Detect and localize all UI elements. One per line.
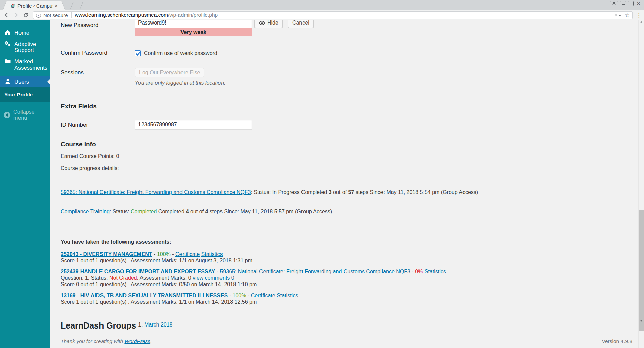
hide-password-button[interactable]: Hide (254, 20, 283, 28)
bookmark-star-icon[interactable]: ☆ (625, 12, 630, 19)
wordpress-link[interactable]: WordPress (124, 338, 150, 344)
statistics-link[interactable]: Statistics (425, 269, 446, 274)
new-tab-button[interactable] (70, 2, 83, 9)
course-progress-list: 59365: National Certificate: Freight For… (61, 176, 638, 227)
back-icon[interactable] (3, 11, 11, 19)
window-restore-button[interactable] (628, 1, 634, 6)
cancel-password-button[interactable]: Cancel (288, 20, 314, 28)
course-status-text: : Status: In Progress Completed (251, 189, 328, 195)
scrollbar-thumb[interactable] (639, 210, 644, 331)
sidebar-item-label: Home (14, 30, 29, 36)
window-minimize-button[interactable] (620, 1, 626, 6)
users-icon (4, 78, 11, 84)
collapse-menu-label: Collapse menu (13, 109, 48, 121)
certificate-link[interactable]: Certificate (175, 251, 200, 257)
sessions-label: Sessions (61, 68, 135, 86)
assessment-title-link[interactable]: 252043 - DIVERSITY MANAGEMENT (61, 251, 152, 257)
scrollbar-up-icon[interactable] (640, 21, 643, 23)
admin-footer: Thank you for creating with WordPress. V… (61, 338, 632, 344)
course-status-text: : Status: (110, 209, 131, 214)
home-icon (4, 29, 11, 35)
course-progress-row: 59365: National Certificate: Freight For… (61, 189, 638, 195)
page-scrollbar[interactable] (638, 20, 644, 348)
separator: - (228, 293, 232, 298)
assessment-title-link[interactable]: 252439-HANDLE CARGO FOR IMPORT AND EXPOR… (61, 269, 215, 274)
view-link[interactable]: view (193, 275, 203, 281)
question-status: Not Graded (109, 275, 137, 281)
refresh-icon[interactable] (22, 11, 30, 19)
separator: - (410, 269, 415, 274)
assessment-item: 252439-HANDLE CARGO FOR IMPORT AND EXPOR… (61, 268, 638, 288)
id-number-input[interactable] (135, 120, 252, 130)
assessment-percent: 100% (233, 293, 246, 298)
group-list-item: March 2018 (144, 322, 173, 328)
assessment-item: 13169 - HIV-AIDS, TB AND SEXUALLY TRANSM… (61, 292, 638, 305)
learndash-groups-section: LearnDash Groups March 2018 (61, 321, 638, 331)
assessment-question-line: Question: 1, Status: Not Graded, Assessm… (61, 275, 638, 281)
course-link[interactable]: 59365: National Certificate: Freight For… (61, 189, 251, 195)
weak-password-checkbox-label[interactable]: Confirm use of weak password (144, 50, 217, 56)
assessment-percent: 0% (415, 269, 423, 274)
course-status-completed: Completed (131, 209, 157, 214)
window-close-button[interactable]: ✕ (636, 1, 641, 6)
scrollbar-down-icon[interactable] (640, 320, 643, 322)
separator: - (215, 269, 220, 274)
site-favicon-icon (10, 3, 15, 9)
gears-icon (4, 41, 11, 47)
browser-tab-strip: Profile ‹ Campus MEA On × ✕ (0, 0, 644, 10)
assessment-course-link[interactable]: 59365: National Certificate: Freight For… (220, 269, 410, 274)
course-progress-label: Course progress details: (61, 165, 638, 171)
earned-course-points: Earned Course Points: 0 (61, 153, 638, 159)
footer-thanks-text: Thank you for creating with (61, 338, 124, 344)
logout-everywhere-button[interactable]: Log Out Everywhere Else (135, 68, 204, 77)
group-link[interactable]: March 2018 (144, 322, 173, 328)
course-info-heading: Course Info (61, 141, 638, 148)
forward-icon[interactable] (12, 11, 20, 19)
assessment-item: 252043 - DIVERSITY MANAGEMENT - 100% - C… (61, 251, 638, 264)
course-status-text: Completed (157, 209, 186, 214)
url-host: www.learning.schenkercampusmea.com (75, 12, 168, 18)
footer-thanks-text: . (150, 338, 152, 344)
separator: - (246, 293, 251, 298)
sidebar-subitem-your-profile[interactable]: Your Profile (0, 87, 50, 102)
course-status-text: steps Since: May 11, 2018 5:57 pm (Group… (208, 209, 332, 214)
info-icon[interactable]: i (36, 13, 41, 18)
hide-button-label: Hide (267, 20, 278, 26)
address-bar[interactable]: i Not secure www.learning.schenkercampus… (33, 11, 633, 19)
assessment-title-link[interactable]: 13169 - HIV-AIDS, TB AND SEXUALLY TRANSM… (61, 293, 228, 298)
comments-link[interactable]: comments 0 (205, 275, 234, 281)
key-icon[interactable] (614, 13, 621, 17)
sidebar-item-home[interactable]: Home (0, 27, 50, 38)
assessments-intro: You have taken the following assessments… (61, 238, 638, 245)
statistics-link[interactable]: Statistics (277, 293, 298, 298)
sessions-note: You are only logged in at this location. (135, 80, 226, 86)
url-separator (71, 12, 72, 18)
eye-slash-icon (259, 21, 265, 25)
security-label[interactable]: Not secure (43, 12, 68, 18)
assessment-score: Score 1 out of 1 question(s) . Assessmen… (61, 257, 638, 264)
course-link[interactable]: Compliance Training (61, 209, 110, 214)
sidebar-item-label: Adaptive Support (14, 41, 48, 53)
certificate-link[interactable]: Certificate (251, 293, 275, 298)
statistics-link[interactable]: Statistics (201, 251, 223, 257)
assessment-score: Score 1 out of 1 question(s) . Assessmen… (61, 299, 638, 305)
assessment-percent: 100% (157, 251, 171, 257)
steps-completed: 4 (186, 209, 189, 214)
tab-close-icon[interactable]: × (55, 3, 58, 9)
tab-title: Profile ‹ Campus MEA On (17, 3, 53, 9)
sidebar-item-users[interactable]: Users (0, 76, 50, 87)
footer-thanks: Thank you for creating with WordPress. (61, 338, 152, 344)
confirm-password-label: Confirm Password (61, 50, 135, 56)
collapse-menu-button[interactable]: Collapse menu (0, 106, 50, 124)
url-text[interactable]: www.learning.schenkercampusmea.com/wp-ad… (75, 12, 614, 18)
browser-menu-icon[interactable]: ⋮ (636, 12, 641, 19)
browser-profile-icon[interactable] (610, 1, 618, 6)
weak-password-checkbox[interactable] (135, 50, 141, 56)
new-password-input[interactable] (135, 20, 252, 28)
sidebar-item-marked-assessments[interactable]: Marked Assessments (0, 56, 50, 73)
new-password-label: New Password (61, 20, 135, 36)
browser-tab[interactable]: Profile ‹ Campus MEA On × (7, 1, 61, 10)
admin-sidebar: Home Adaptive Support Marked Assessments… (0, 20, 50, 348)
browser-toolbar: i Not secure www.learning.schenkercampus… (0, 10, 644, 20)
sidebar-item-adaptive-support[interactable]: Adaptive Support (0, 38, 50, 56)
